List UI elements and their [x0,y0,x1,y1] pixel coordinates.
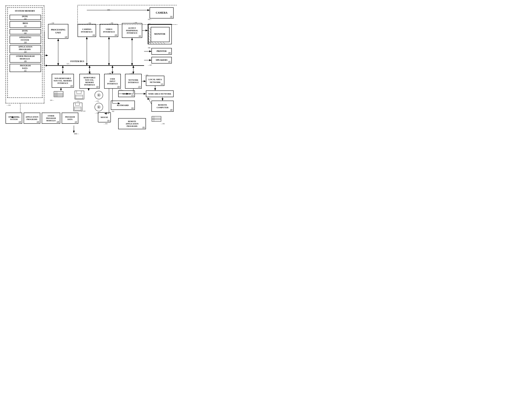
monitor-box: MONITOR 191 [148,24,172,44]
non-removable-box: NON-REMOVABLENON-VOL. MEMORYINTERFACE 14… [52,74,74,88]
svg-marker-45 [86,63,88,66]
svg-marker-78 [144,80,146,82]
camera-interface-box: CAMERAINTERFACE 194 [77,24,96,37]
prog-ref: 137 [24,69,27,72]
svg-marker-80 [154,88,156,90]
pu-ref: 120 [65,36,67,38]
svg-marker-76 [147,9,150,11]
ref-141: 141— [50,99,54,101]
wan-box: WIDE AREA NETWORK [146,90,174,97]
remote-computer-box: REMOTECOMPUTER 180 [152,101,174,112]
ref-121: 121— [66,63,71,65]
ref-100: 100— [74,133,79,135]
os-ref: 134 [24,41,27,43]
remote-hdd-svg [152,115,164,123]
ref-151: —151 [75,100,80,102]
ref-150: —150 [87,72,91,74]
lan-box: LOCAL AREANETWORK 171 [146,76,164,86]
ref-171: —171 [144,74,148,76]
ref-191: 191— [148,23,152,25]
network-interface-box: NETWORKINTERFACE 170 [125,74,142,89]
ref-193: 193— [107,9,112,11]
ref-155: —155 [95,100,99,102]
floppy-svg [74,90,85,100]
svg-rect-22 [75,103,79,105]
svg-marker-74 [149,59,152,61]
svg-marker-44 [86,37,88,39]
ref-173: 173— [148,98,152,100]
ref-170: —170 [129,72,134,74]
ref-161: —161 [104,123,108,125]
system-bus-label: SYSTEM BUS [70,60,84,63]
bios-ref: 133 [24,25,27,27]
svg-marker-87 [162,98,164,101]
mouse-box: MOUSE 161 [98,112,111,122]
ref-152: —152 [81,110,86,112]
ref-160: —160 [107,72,111,74]
floppy-icon [74,90,85,100]
svg-marker-60 [112,66,113,68]
keyboard-box: KEYBOARD 162 [111,101,135,110]
ref-192: 192— [148,18,152,20]
app-prog-box: APPLICATIONPROGRAMS 135 [10,45,41,53]
disc-svg [94,103,104,112]
app-bot-box: APPLICATIONPROGRAMS 145 [24,113,40,124]
svg-marker-59 [112,72,113,74]
other-ref: 136 [24,60,27,62]
svg-marker-68 [46,54,48,56]
cd-icon [94,90,104,100]
svg-marker-54 [62,66,64,68]
disc-icon [94,103,104,112]
svg-marker-72 [149,50,152,52]
ref-162: 162 [112,110,114,112]
svg-marker-97 [88,89,90,91]
rom-ref: 131 [24,17,27,20]
ref-196: 196— [148,47,152,49]
video-interface-box: VIDEOINTERFACE 190 [100,24,118,37]
svg-rect-17 [77,91,81,94]
svg-marker-47 [108,37,110,39]
svg-marker-70 [146,30,148,31]
modem-box: MODEM 172 [118,90,135,97]
svg-marker-85 [144,93,146,95]
ref-190: —190 [109,22,113,24]
ref-130: —130 [50,22,54,24]
svg-point-28 [98,94,99,96]
ref-194: —194 [87,22,91,24]
svg-marker-50 [131,38,133,40]
removable-box: REMOVABLENON-VOL.MEMORYINTERFACE 150 [79,74,100,89]
ram-box: (RAM) 132 [10,29,41,34]
prog-bot-box: PROGRAMDATA 147 [62,113,78,124]
remote-hdd-icon [152,115,164,123]
svg-point-31 [98,106,99,108]
other-bot-box: OTHER PROGRAMMODULES 146 [42,113,60,124]
hdd-svg [54,90,66,98]
output-peripheral-box: OUTPUTPERIPHERALINTERFACE 195 [122,23,142,38]
hdd-icon [54,90,66,98]
svg-marker-57 [89,66,91,68]
other-prog-box: OTHER PROGRAMMODULES 136 [10,54,41,63]
bios-box: BIOS133 [10,21,41,28]
ref-181: —181 [161,123,165,125]
camera-box: CAMERA 192 [150,7,174,18]
svg-marker-42 [57,63,59,66]
processing-unit-box: PROCESSINGUNIT 120 [48,24,68,39]
remote-app-box: REMOTEAPPLICATIONPROGRAMS 185 [118,118,146,129]
svg-marker-48 [108,63,110,66]
svg-marker-53 [62,72,64,74]
printer-box: PRINTER 196 [152,48,172,55]
ref-195: —195 [133,22,137,24]
rom-box: (ROM) 131 [10,15,41,20]
svg-marker-41 [57,39,59,41]
diagram: SYSTEM MEMORY (ROM) 131 BIOS133 (RAM) 13… [0,0,177,140]
cd-svg [94,90,104,100]
ref-110: —110 [6,104,11,106]
speakers-box: SPEAKERS 197 [152,57,172,63]
ram-ref: 132 [24,32,27,34]
svg-marker-51 [131,63,133,66]
app-ref: 135 [24,51,27,53]
ref-197: —197 [148,64,152,66]
os-box: OPERATINGSYSTEM 134 [10,36,41,44]
svg-marker-63 [132,66,134,68]
prog-data-box: PROGRAMDATA 137 [10,64,41,72]
